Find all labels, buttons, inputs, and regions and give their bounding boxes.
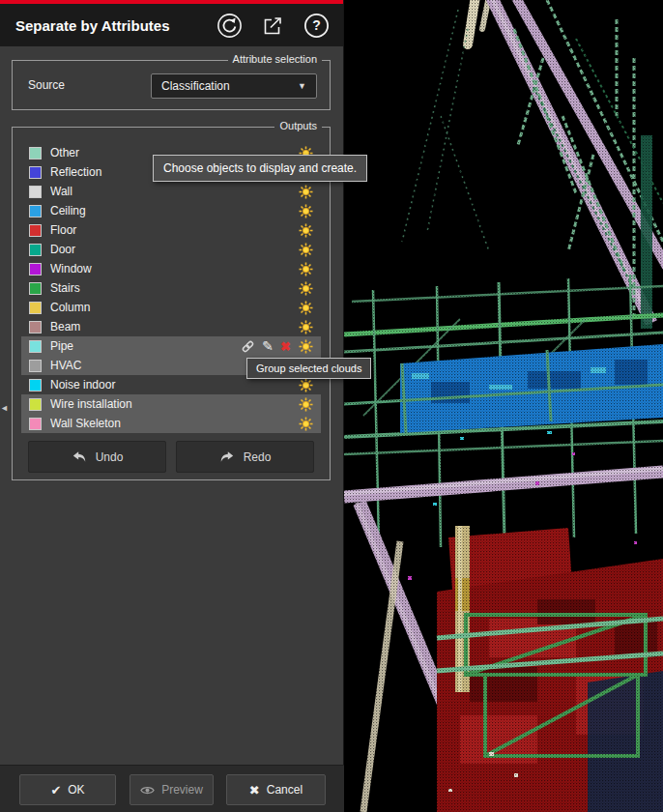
output-row[interactable]: Beam: [21, 317, 321, 336]
color-swatch[interactable]: [29, 418, 42, 430]
tooltip-group-clouds: Group selected clouds: [246, 358, 371, 379]
output-row[interactable]: Wall Skeleton: [21, 414, 321, 433]
output-label: Noise indoor: [50, 378, 299, 392]
visibility-sun-icon[interactable]: [299, 417, 313, 431]
page-title: Separate by Attributes: [15, 17, 216, 34]
color-swatch[interactable]: [29, 205, 42, 218]
redo-label: Redo: [244, 450, 272, 464]
color-swatch[interactable]: [29, 186, 42, 198]
color-swatch[interactable]: [29, 321, 42, 334]
source-label: Source: [28, 78, 65, 92]
panel-collapse-handle[interactable]: ◄: [0, 399, 10, 417]
preview-label: Preview: [161, 783, 203, 797]
undo-label: Undo: [96, 450, 124, 464]
output-label: Window: [50, 262, 299, 276]
visibility-sun-icon[interactable]: [299, 320, 313, 334]
dropdown-value: Classification: [161, 79, 230, 93]
color-swatch[interactable]: [29, 244, 42, 256]
visibility-sun-icon[interactable]: [299, 281, 313, 296]
output-label: Column: [50, 301, 299, 314]
output-row[interactable]: Column: [21, 298, 321, 317]
separate-by-attributes-window: Separate by Attributes ? Attribute selec…: [0, 0, 663, 812]
ok-label: OK: [68, 783, 84, 797]
close-icon: ✖: [249, 784, 260, 797]
visibility-sun-icon[interactable]: [299, 301, 313, 315]
output-row[interactable]: Ceiling: [21, 201, 321, 220]
output-row[interactable]: Stairs: [21, 278, 321, 298]
output-label: Pipe: [50, 339, 241, 353]
delete-icon[interactable]: ✖: [280, 340, 291, 353]
ok-button[interactable]: ✔ OK: [19, 774, 116, 805]
attribute-selection-group: Attribute selection Source Classificatio…: [12, 60, 331, 110]
output-label: Wall Skeleton: [50, 417, 299, 430]
output-row[interactable]: Door: [21, 240, 321, 259]
link-icon[interactable]: [241, 339, 255, 354]
reset-view-icon[interactable]: [216, 13, 243, 39]
svg-text:?: ?: [312, 17, 321, 33]
footer-bar: ✔ OK Preview ✖ Cancel: [0, 765, 344, 812]
export-icon[interactable]: [260, 13, 286, 39]
color-swatch[interactable]: [29, 379, 42, 392]
output-row[interactable]: Wire installation: [21, 394, 321, 414]
visibility-sun-icon[interactable]: [299, 378, 313, 392]
preview-button[interactable]: Preview: [130, 774, 214, 805]
visibility-sun-icon[interactable]: [299, 339, 313, 354]
color-swatch[interactable]: [29, 166, 42, 179]
output-label: Beam: [50, 320, 299, 334]
cancel-button[interactable]: ✖ Cancel: [226, 774, 326, 805]
visibility-sun-icon[interactable]: [299, 243, 313, 257]
outputs-label: Outputs: [274, 120, 322, 131]
redo-arrow-icon: [219, 450, 235, 464]
visibility-sun-icon[interactable]: [299, 223, 313, 238]
eye-icon: [140, 785, 155, 796]
visibility-sun-icon[interactable]: [299, 397, 313, 412]
classification-dropdown[interactable]: Classification ▼: [151, 73, 317, 99]
titlebar: Separate by Attributes ?: [0, 0, 343, 46]
outputs-list: Other Reflection: [21, 143, 321, 433]
viewport-3d[interactable]: [344, 0, 663, 812]
output-label: Wire installation: [50, 397, 299, 411]
tooltip-display-create: Choose objects to display and create.: [153, 155, 367, 182]
output-label: Door: [50, 243, 299, 256]
output-label: Ceiling: [50, 204, 299, 218]
undo-redo-row: Undo Redo: [28, 441, 314, 473]
color-swatch[interactable]: [29, 302, 42, 314]
color-swatch[interactable]: [29, 224, 42, 237]
chevron-down-icon: ▼: [298, 81, 306, 91]
undo-button[interactable]: Undo: [28, 441, 166, 473]
separate-by-attributes-panel: Separate by Attributes ? Attribute selec…: [0, 0, 344, 812]
check-icon: ✔: [50, 784, 61, 797]
color-swatch[interactable]: [29, 398, 42, 411]
row-tools: ✎ ✖: [241, 339, 291, 354]
color-swatch[interactable]: [29, 147, 42, 160]
visibility-sun-icon[interactable]: [299, 185, 313, 199]
output-row[interactable]: Window: [21, 259, 321, 278]
output-row[interactable]: Pipe ✎ ✖: [21, 336, 321, 356]
point-cloud-scene: [344, 0, 663, 812]
redo-button[interactable]: Redo: [176, 441, 314, 473]
output-label: Stairs: [50, 281, 299, 295]
output-row[interactable]: Floor: [21, 220, 321, 240]
visibility-sun-icon[interactable]: [299, 262, 313, 276]
output-label: Wall: [50, 185, 299, 198]
color-swatch[interactable]: [29, 263, 42, 276]
output-row[interactable]: Wall: [21, 182, 321, 201]
visibility-sun-icon[interactable]: [299, 204, 313, 218]
edit-icon[interactable]: ✎: [262, 339, 274, 353]
output-label: Floor: [50, 223, 299, 237]
undo-arrow-icon: [72, 450, 87, 464]
help-icon[interactable]: ?: [303, 13, 330, 39]
attribute-selection-label: Attribute selection: [228, 53, 322, 65]
color-swatch[interactable]: [29, 282, 42, 295]
color-swatch[interactable]: [29, 340, 42, 353]
cancel-label: Cancel: [267, 783, 303, 797]
color-swatch[interactable]: [29, 360, 42, 372]
